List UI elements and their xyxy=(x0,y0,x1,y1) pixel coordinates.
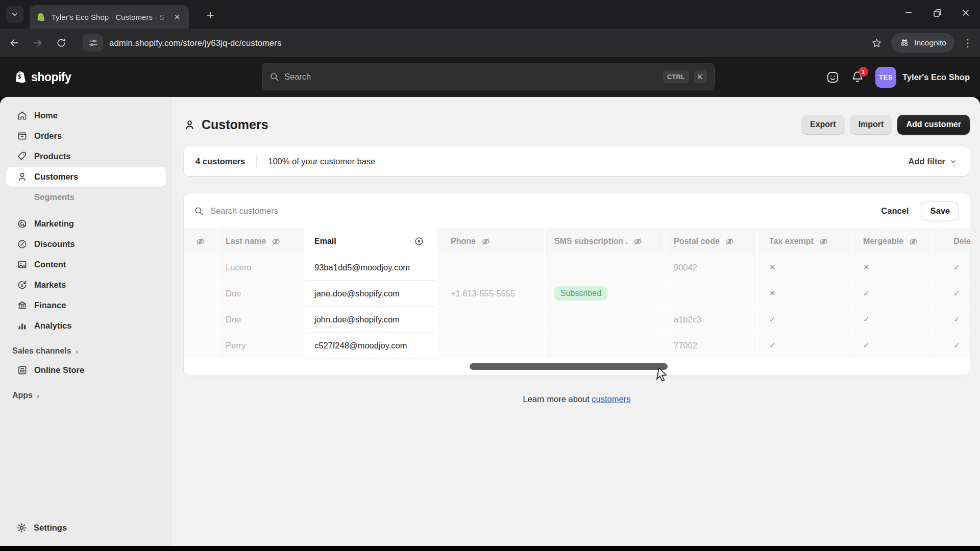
shopify-topbar: shopify Search CTRL K 1 TES Tyler's Eco … xyxy=(0,57,980,97)
sidebar-item-label: Products xyxy=(34,152,71,161)
column-header-partial[interactable] xyxy=(184,228,217,255)
email-cell[interactable]: john.doe@shopify.com xyxy=(305,307,436,333)
column-header-mergeable[interactable]: Mergeable xyxy=(853,228,932,255)
search-customers-input[interactable]: Search customers xyxy=(210,206,868,216)
target-icon xyxy=(16,218,28,229)
notifications-button[interactable]: 1 xyxy=(851,70,864,84)
save-button[interactable]: Save xyxy=(921,202,959,220)
add-filter-button[interactable]: Add filter xyxy=(902,153,963,170)
person-icon xyxy=(16,171,28,182)
tax-exempt-cell: ✕ xyxy=(758,255,852,281)
email-cell[interactable]: 93ba1dd5@moodjoy.com xyxy=(305,255,436,281)
column-header-postal-code[interactable]: Postal code xyxy=(665,228,757,255)
eye-slash-icon xyxy=(819,237,828,246)
notification-count-badge: 1 xyxy=(859,67,868,77)
forward-button[interactable] xyxy=(29,34,47,52)
sales-channels-header[interactable]: Sales channels › xyxy=(6,343,166,359)
horizontal-scrollbar[interactable] xyxy=(184,363,970,370)
learn-more-prefix: Learn more about xyxy=(523,394,592,404)
mouse-cursor xyxy=(655,367,668,383)
postal-cell: a1b2c3 xyxy=(665,307,757,333)
column-header-email[interactable]: Email xyxy=(305,228,436,255)
column-header-last-name[interactable]: Last name xyxy=(218,228,304,255)
browser-tab[interactable]: Tyler's Eco Shop · Customers · S × xyxy=(30,5,189,29)
store-name: Tyler's Eco Shop xyxy=(902,72,970,82)
add-customer-button[interactable]: Add customer xyxy=(897,115,970,135)
sidebar-item-label: Customers xyxy=(34,172,78,182)
chevron-right-icon: › xyxy=(76,347,78,356)
bookmark-star-icon[interactable] xyxy=(871,38,882,48)
deletable-cell: ✓ xyxy=(933,255,970,281)
globe-dollar-icon: $ xyxy=(16,280,28,290)
eye-slash-icon xyxy=(909,237,918,246)
reload-button[interactable] xyxy=(52,34,70,52)
store-menu[interactable]: TES Tyler's Eco Shop xyxy=(875,67,970,88)
sidebar-item-finance[interactable]: Finance xyxy=(6,295,166,315)
phone-cell: +1 613-555-5555 xyxy=(437,281,544,307)
customers-page-icon xyxy=(184,119,195,131)
sidebar-item-products[interactable]: Products xyxy=(6,146,166,166)
import-button[interactable]: Import xyxy=(850,115,893,135)
site-info-icon[interactable] xyxy=(83,34,103,52)
learn-more-text: Learn more about customers xyxy=(184,394,970,404)
apps-header[interactable]: Apps › xyxy=(6,387,166,404)
last-name-cell: Doe xyxy=(218,281,304,307)
deletable-cell: ✓ xyxy=(933,333,970,359)
sidebar-item-orders[interactable]: Orders xyxy=(6,126,166,146)
column-header-phone[interactable]: Phone xyxy=(437,228,544,255)
eye-icon[interactable] xyxy=(414,236,424,246)
sidebar-item-content[interactable]: Content xyxy=(6,255,166,274)
settings-label: Settings xyxy=(34,523,67,533)
sidebar-item-home[interactable]: Home xyxy=(6,106,166,126)
back-button[interactable] xyxy=(5,34,23,52)
sidebar-item-discounts[interactable]: Discounts xyxy=(6,234,166,254)
tab-search-button[interactable] xyxy=(6,6,23,23)
tab-close-icon[interactable]: × xyxy=(172,11,183,23)
customers-table-card: Search customers Cancel Save Last name E… xyxy=(184,193,970,375)
sidebar-item-analytics[interactable]: Analytics xyxy=(6,316,166,336)
window-minimize-button[interactable] xyxy=(894,0,923,26)
sidebar-item-marketing[interactable]: Marketing xyxy=(6,214,166,234)
eye-slash-icon xyxy=(271,237,281,246)
sidebar-item-markets[interactable]: $ Markets xyxy=(6,275,166,295)
email-cell[interactable]: jane.doe@shopify.com xyxy=(305,281,436,307)
window-restore-button[interactable] xyxy=(923,0,951,26)
sidekick-icon[interactable] xyxy=(826,70,840,84)
browser-menu-icon[interactable]: ⋮ xyxy=(963,37,973,49)
customer-count: 4 customers xyxy=(195,157,245,166)
global-search-input[interactable]: Search CTRL K xyxy=(262,63,715,90)
window-close-button[interactable] xyxy=(951,0,980,26)
sidebar: Home Orders Products Customers Segments … xyxy=(0,97,172,546)
column-header-tax-exempt[interactable]: Tax exempt xyxy=(758,228,852,255)
sidebar-item-label: Segments xyxy=(34,192,75,202)
column-header-deletable[interactable]: Deletable xyxy=(933,228,970,255)
email-cell[interactable]: c527f248@moodjoy.com xyxy=(305,333,436,359)
deletable-cell: ✓ xyxy=(933,281,970,307)
scrollbar-thumb[interactable] xyxy=(470,363,668,370)
sidebar-item-online-store[interactable]: Online Store xyxy=(6,360,166,380)
export-button[interactable]: Export xyxy=(801,115,845,135)
column-label: Tax exempt xyxy=(769,237,814,246)
customers-help-link[interactable]: customers xyxy=(592,394,630,404)
column-label: Postal code xyxy=(674,237,720,246)
eye-slash-icon xyxy=(481,237,491,246)
orders-icon xyxy=(16,131,28,141)
column-label: Phone xyxy=(451,237,476,246)
sidebar-item-segments[interactable]: Segments xyxy=(6,187,166,207)
column-label: Email xyxy=(314,237,336,246)
storefront-icon xyxy=(16,365,28,375)
url-bar[interactable]: admin.shopify.com/store/jy63jq-dc/custom… xyxy=(109,38,871,48)
column-header-sms-subscription[interactable]: SMS subscription . xyxy=(545,228,664,255)
shopify-favicon-icon xyxy=(36,12,46,22)
chevron-right-icon: › xyxy=(37,391,39,400)
sms-cell xyxy=(545,333,664,359)
bottom-black-strip xyxy=(0,546,980,551)
sidebar-item-customers[interactable]: Customers xyxy=(6,167,166,187)
sidebar-item-settings[interactable]: Settings xyxy=(6,518,166,538)
tax-exempt-cell: ✓ xyxy=(758,307,852,333)
cancel-button[interactable]: Cancel xyxy=(875,203,915,219)
image-icon xyxy=(16,259,28,270)
eye-slash-icon xyxy=(195,237,205,246)
new-tab-button[interactable]: + xyxy=(202,7,218,23)
home-icon xyxy=(16,110,28,121)
